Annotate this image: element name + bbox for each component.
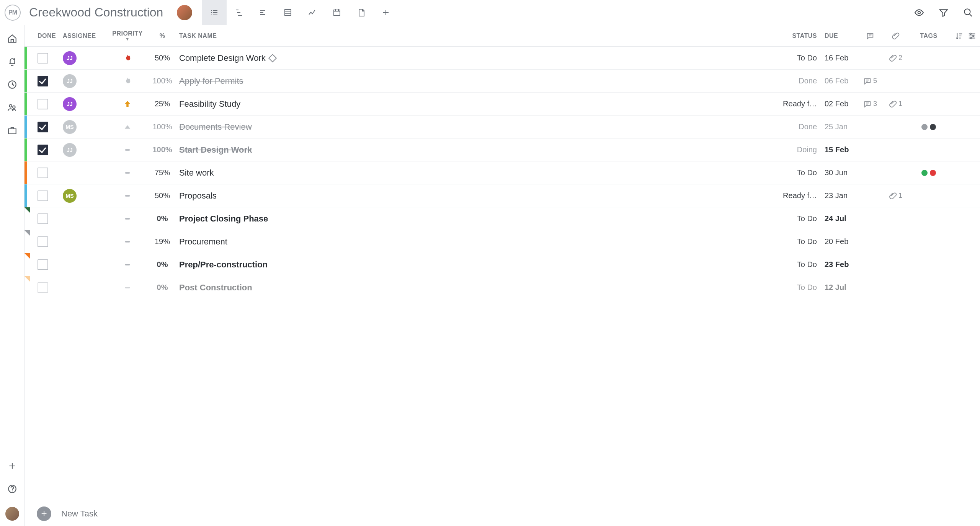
status-value[interactable]: To Do: [797, 260, 817, 269]
done-checkbox[interactable]: [38, 213, 48, 224]
tag-dots[interactable]: [908, 124, 949, 130]
home-icon[interactable]: [7, 34, 17, 44]
due-value[interactable]: 23 Feb: [825, 260, 849, 269]
task-name[interactable]: Project Closing Phase: [179, 214, 779, 224]
task-row[interactable]: 0%Prep/Pre-constructionTo Do23 Feb: [24, 253, 980, 276]
view-tab-table[interactable]: [276, 0, 300, 25]
assignee-avatar[interactable]: JJ: [63, 143, 77, 157]
done-checkbox[interactable]: [38, 99, 48, 109]
due-value[interactable]: 30 Jun: [825, 168, 848, 177]
col-header-tags[interactable]: TAGS: [908, 33, 949, 39]
priority-cell[interactable]: [107, 100, 148, 108]
priority-cell[interactable]: [107, 54, 148, 62]
assignee-avatar[interactable]: MS: [63, 120, 77, 134]
task-row[interactable]: JJ100%Apply for PermitsDone06 Feb5: [24, 70, 980, 93]
settings-sliders-icon[interactable]: [968, 32, 976, 40]
attachments-count[interactable]: 1: [889, 100, 902, 108]
task-name[interactable]: Complete Design Work: [179, 53, 779, 63]
task-row[interactable]: JJ50%Complete Design WorkTo Do16 Feb2: [24, 47, 980, 70]
done-checkbox[interactable]: [38, 168, 48, 178]
tag-dots[interactable]: [908, 170, 949, 176]
status-value[interactable]: Ready f…: [783, 191, 817, 200]
view-tab-add[interactable]: [374, 0, 398, 25]
assignee-avatar[interactable]: MS: [63, 189, 77, 203]
due-value[interactable]: 20 Feb: [825, 237, 848, 246]
filter-icon[interactable]: [939, 8, 949, 18]
col-header-priority[interactable]: PRIORITY ▼: [107, 31, 148, 41]
help-icon[interactable]: [7, 484, 17, 494]
assignee-avatar[interactable]: JJ: [63, 74, 77, 88]
priority-cell[interactable]: [107, 238, 148, 246]
priority-cell[interactable]: [107, 169, 148, 177]
col-header-attachments[interactable]: [883, 32, 908, 40]
project-owner-avatar[interactable]: [177, 5, 192, 20]
bell-icon[interactable]: [7, 57, 17, 67]
priority-cell[interactable]: [107, 215, 148, 223]
view-tab-board[interactable]: [251, 0, 276, 25]
attachments-count[interactable]: 2: [889, 54, 902, 62]
view-tab-list[interactable]: [202, 0, 227, 25]
priority-cell[interactable]: [107, 146, 148, 154]
priority-cell[interactable]: [107, 261, 148, 269]
status-value[interactable]: To Do: [797, 214, 817, 223]
task-row[interactable]: 75%Site workTo Do30 Jun: [24, 161, 980, 184]
task-name[interactable]: Apply for Permits: [179, 76, 779, 86]
done-checkbox[interactable]: [38, 122, 48, 132]
col-header-due[interactable]: DUE: [821, 33, 858, 39]
status-value[interactable]: To Do: [797, 283, 817, 291]
task-name[interactable]: Start Design Work: [179, 145, 779, 155]
attachments-count[interactable]: 1: [889, 192, 902, 200]
status-value[interactable]: To Do: [797, 54, 817, 62]
due-value[interactable]: 25 Jan: [825, 122, 848, 131]
done-checkbox[interactable]: [38, 145, 48, 155]
assignee-avatar[interactable]: JJ: [63, 97, 77, 111]
done-checkbox[interactable]: [38, 53, 48, 64]
add-task-button[interactable]: +: [37, 506, 51, 521]
task-row[interactable]: MS100%Documents ReviewDone25 Jan: [24, 116, 980, 138]
task-list[interactable]: JJ50%Complete Design WorkTo Do16 Feb2JJ1…: [24, 47, 980, 501]
priority-cell[interactable]: [107, 192, 148, 200]
col-header-assignee[interactable]: ASSIGNEE: [63, 33, 107, 39]
clock-icon[interactable]: [7, 80, 17, 90]
task-row[interactable]: JJ25%Feasibility StudyReady f…02 Feb31: [24, 93, 980, 116]
status-value[interactable]: To Do: [797, 237, 817, 246]
new-task-label[interactable]: New Task: [61, 509, 98, 519]
status-value[interactable]: Done: [799, 122, 817, 131]
done-checkbox[interactable]: [38, 282, 48, 293]
done-checkbox[interactable]: [38, 191, 48, 201]
priority-cell[interactable]: [107, 123, 148, 131]
people-icon[interactable]: [7, 103, 17, 112]
status-value[interactable]: Doing: [797, 145, 817, 154]
priority-cell[interactable]: [107, 77, 148, 85]
task-row[interactable]: 19%ProcurementTo Do20 Feb: [24, 230, 980, 253]
status-value[interactable]: Done: [799, 77, 817, 85]
view-tab-chart[interactable]: [300, 0, 325, 25]
task-name[interactable]: Prep/Pre-construction: [179, 260, 779, 270]
col-header-comments[interactable]: [858, 32, 883, 40]
priority-cell[interactable]: [107, 283, 148, 292]
view-tab-calendar[interactable]: [325, 0, 349, 25]
done-checkbox[interactable]: [38, 76, 48, 86]
due-value[interactable]: 24 Jul: [825, 214, 846, 223]
done-checkbox[interactable]: [38, 236, 48, 247]
due-value[interactable]: 12 Jul: [825, 283, 846, 291]
sort-icon[interactable]: [955, 32, 963, 40]
briefcase-icon[interactable]: [7, 125, 17, 135]
task-row[interactable]: JJ100%Start Design WorkDoing15 Feb: [24, 138, 980, 161]
task-name[interactable]: Procurement: [179, 237, 779, 247]
due-value[interactable]: 23 Jan: [825, 191, 848, 200]
status-value[interactable]: To Do: [797, 168, 817, 177]
due-value[interactable]: 15 Feb: [825, 145, 849, 154]
view-tab-file[interactable]: [349, 0, 374, 25]
assignee-avatar[interactable]: JJ: [63, 51, 77, 65]
status-value[interactable]: Ready f…: [783, 99, 817, 108]
task-row[interactable]: 0%Post ConstructionTo Do12 Jul: [24, 276, 980, 299]
due-value[interactable]: 06 Feb: [825, 77, 848, 85]
col-header-done[interactable]: DONE: [38, 33, 63, 39]
done-checkbox[interactable]: [38, 259, 48, 270]
task-row[interactable]: 0%Project Closing PhaseTo Do24 Jul: [24, 207, 980, 230]
pm-logo[interactable]: PM: [5, 5, 21, 21]
nav-plus-icon[interactable]: [7, 461, 17, 471]
user-avatar[interactable]: [5, 507, 19, 521]
comments-count[interactable]: 3: [863, 100, 877, 108]
